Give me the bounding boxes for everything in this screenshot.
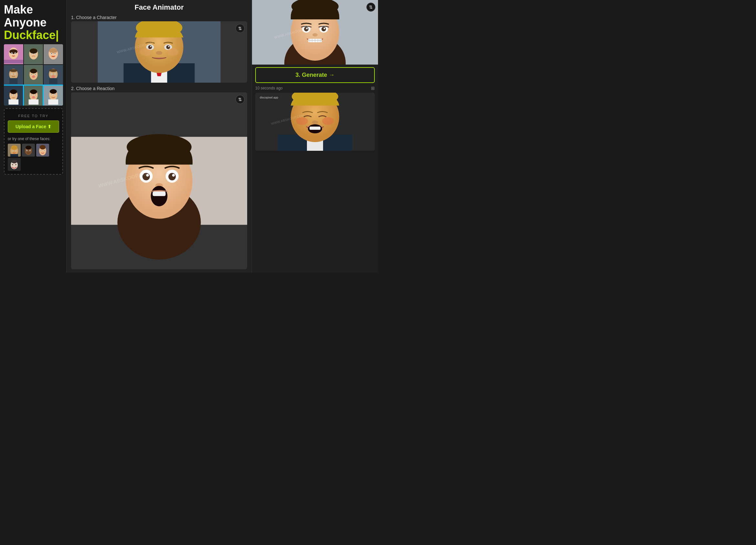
svg-point-127 — [172, 174, 175, 177]
face-cell-r2c3[interactable] — [44, 65, 63, 85]
right-panel: ⇅ — [252, 0, 378, 272]
svg-point-37 — [32, 76, 35, 78]
svg-rect-40 — [49, 78, 58, 84]
result-face-box: ⇅ — [252, 0, 378, 65]
svg-point-139 — [321, 27, 326, 31]
svg-point-61 — [35, 95, 36, 95]
svg-point-142 — [312, 33, 318, 37]
svg-point-32 — [30, 69, 37, 73]
face-cell-r1c2[interactable] — [24, 44, 43, 64]
svg-point-92 — [41, 150, 41, 151]
svg-point-112 — [150, 46, 152, 47]
svg-point-111 — [166, 45, 170, 49]
hero-title-line2: Duckface| — [4, 29, 63, 42]
face-cell-r2c2[interactable] — [24, 65, 43, 85]
sample-kanye[interactable] — [22, 144, 35, 157]
reaction-image-box: ⇅ — [71, 92, 247, 269]
svg-point-93 — [44, 150, 45, 151]
step2-section: 2. Choose a Reaction ⇅ — [71, 86, 247, 269]
svg-rect-7 — [4, 60, 23, 63]
svg-point-129 — [151, 186, 168, 206]
history-icon: ⊞ — [371, 86, 375, 91]
svg-point-14 — [35, 54, 36, 54]
svg-point-49 — [10, 89, 17, 94]
face-cell-r3c2[interactable] — [24, 86, 43, 106]
svg-point-99 — [12, 164, 13, 165]
svg-rect-54 — [8, 100, 18, 105]
face-grid — [4, 44, 63, 106]
sample-female-celeb[interactable] — [36, 144, 49, 157]
step2-label: 2. Choose a Reaction — [71, 86, 247, 91]
svg-point-70 — [55, 94, 56, 95]
upload-box: FREE TO TRY Upload a Face ⬆ or try one o… — [4, 108, 63, 175]
upload-face-button[interactable]: Upload a Face ⬆ — [8, 121, 59, 133]
svg-rect-160 — [310, 127, 320, 130]
result-swap-icon[interactable]: ⇅ — [366, 3, 375, 12]
svg-point-77 — [12, 151, 13, 151]
svg-point-74 — [11, 145, 17, 150]
svg-point-66 — [50, 89, 57, 94]
svg-point-86 — [30, 150, 30, 151]
svg-point-82 — [26, 146, 31, 150]
svg-point-60 — [31, 95, 32, 95]
svg-point-113 — [168, 46, 170, 47]
left-panel: Make Anyone Duckface| — [0, 0, 66, 272]
face-animator-title: Face Animator — [71, 3, 247, 12]
svg-point-45 — [52, 75, 55, 78]
svg-point-158 — [312, 121, 318, 124]
svg-point-28 — [15, 74, 16, 74]
or-try-label: or try one of these faces: — [8, 137, 50, 141]
history-header: 10 seconds ago ⊞ — [255, 86, 375, 91]
svg-rect-63 — [28, 100, 38, 105]
svg-point-100 — [16, 164, 16, 165]
reaction-swap-button[interactable]: ⇅ — [236, 95, 245, 104]
svg-rect-130 — [152, 192, 165, 196]
character-image-box: ⇅ — [71, 21, 247, 83]
face-cell-r1c3[interactable] — [44, 44, 63, 64]
step1-section: 1. Choose a Character ⇅ — [71, 15, 247, 83]
sample-faces-row — [8, 144, 59, 171]
history-timestamp: 10 seconds ago — [255, 86, 283, 90]
sample-trump[interactable] — [8, 144, 21, 157]
hero-title-block: Make Anyone Duckface| — [4, 3, 63, 42]
svg-rect-24 — [9, 78, 17, 84]
svg-rect-79 — [10, 154, 18, 157]
svg-point-85 — [26, 150, 27, 151]
face-cell-r1c1[interactable] — [4, 44, 23, 64]
face-cell-r3c3[interactable] — [44, 86, 63, 106]
history-result-box: discopixel.app — [255, 93, 375, 151]
svg-point-10 — [30, 48, 37, 54]
svg-point-17 — [49, 48, 58, 53]
svg-point-57 — [30, 89, 37, 94]
character-swap-button[interactable]: ⇅ — [236, 24, 245, 33]
svg-point-141 — [324, 28, 325, 29]
svg-point-6 — [15, 53, 16, 54]
step1-label: 1. Choose a Character — [71, 15, 247, 20]
sample-joker[interactable] — [8, 158, 21, 171]
svg-point-96 — [11, 160, 17, 163]
discopixel-badge: discopixel.app — [258, 95, 280, 100]
svg-point-44 — [55, 74, 56, 74]
svg-point-78 — [16, 151, 16, 151]
svg-point-115 — [140, 48, 152, 56]
svg-point-21 — [55, 53, 56, 54]
svg-point-13 — [31, 54, 32, 54]
face-cell-r2c1[interactable] — [4, 65, 23, 85]
free-to-try-label: FREE TO TRY — [18, 114, 49, 118]
svg-point-52 — [11, 95, 12, 95]
svg-point-53 — [15, 95, 16, 95]
svg-point-29 — [10, 69, 17, 72]
svg-point-2 — [9, 49, 17, 54]
svg-rect-71 — [48, 100, 58, 105]
svg-point-125 — [168, 173, 176, 181]
hero-title-line1: Make Anyone — [4, 3, 63, 29]
svg-point-43 — [51, 74, 52, 74]
face-cell-r3c1[interactable] — [4, 86, 23, 106]
svg-point-116 — [167, 48, 179, 56]
svg-point-162 — [322, 117, 334, 125]
svg-point-62 — [32, 96, 35, 98]
svg-point-20 — [51, 53, 52, 54]
svg-point-5 — [11, 53, 12, 54]
svg-point-27 — [11, 74, 12, 74]
generate-button[interactable]: 3. Generate → — [255, 67, 375, 83]
